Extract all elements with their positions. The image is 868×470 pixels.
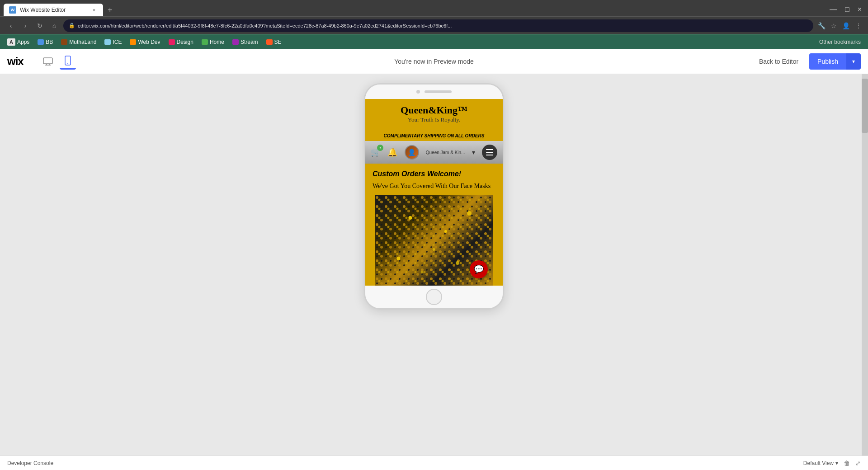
profile-icon[interactable]: 👤 bbox=[841, 21, 851, 30]
window-controls: — □ × bbox=[827, 5, 864, 16]
lock-icon: 🔒 bbox=[69, 23, 75, 28]
member-label: Queen Jam & Kin... bbox=[426, 150, 465, 155]
publish-button[interactable]: Publish bbox=[809, 53, 846, 70]
mobile-view-button[interactable] bbox=[60, 53, 76, 70]
publish-button-group: Publish ▾ bbox=[809, 53, 861, 70]
tab-close-button[interactable]: × bbox=[90, 6, 98, 14]
expand-icon[interactable]: ⤢ bbox=[855, 460, 861, 467]
dev-console-label[interactable]: Developer Console bbox=[7, 460, 53, 466]
cart-icon[interactable]: 🛒 7 bbox=[371, 147, 381, 157]
bottom-bar: Developer Console Default View ▾ 🗑 ⤢ bbox=[0, 456, 868, 470]
bell-icon[interactable]: 🔔 bbox=[387, 147, 397, 157]
ice-label: ICE bbox=[113, 39, 122, 45]
preview-mode-text: You're now in Preview mode bbox=[394, 58, 474, 65]
custom-orders-title: Custom Orders Welcome! bbox=[373, 170, 495, 178]
publish-dropdown-button[interactable]: ▾ bbox=[846, 53, 861, 70]
cart-badge: 7 bbox=[377, 145, 383, 151]
site-header: Queen&King™ Your Truth Is Royalty. bbox=[365, 99, 503, 129]
bookmark-home[interactable]: Home bbox=[198, 38, 228, 47]
bookmark-star-icon[interactable]: ☆ bbox=[830, 21, 838, 30]
phone-mockup: Queen&King™ Your Truth Is Royalty. COMPL… bbox=[364, 83, 504, 310]
svg-point-18 bbox=[421, 271, 424, 273]
member-chevron-icon[interactable]: ▾ bbox=[472, 149, 475, 156]
apps-label: Apps bbox=[17, 39, 29, 45]
bookmark-apps[interactable]: A Apps bbox=[4, 37, 33, 47]
nav-right-icons: 🔧 ☆ 👤 ⋮ bbox=[817, 21, 863, 30]
back-to-editor-button[interactable]: Back to Editor bbox=[754, 54, 804, 69]
tab-title: Wix Website Editor bbox=[20, 7, 66, 13]
refresh-button[interactable]: ↻ bbox=[34, 20, 45, 31]
other-bookmarks[interactable]: Other bookmarks bbox=[816, 38, 864, 47]
webdev-folder-icon bbox=[130, 39, 136, 45]
default-view-dropdown-icon: ▾ bbox=[835, 460, 838, 466]
custom-orders-subtitle: We've Got You Covered With Our Face Mask… bbox=[373, 182, 495, 191]
close-window-button[interactable]: × bbox=[855, 5, 864, 14]
bb-label: BB bbox=[46, 39, 53, 45]
preview-scrollbar[interactable] bbox=[862, 74, 868, 456]
bookmark-muthaland[interactable]: MuthaLand bbox=[57, 38, 100, 47]
chat-float-button[interactable]: 💬 bbox=[470, 260, 488, 278]
bb-folder-icon bbox=[38, 39, 44, 45]
shipping-text: COMPLIMENTARY SHIPPING ON ALL ORDERS bbox=[384, 133, 485, 138]
svg-point-17 bbox=[456, 261, 459, 265]
delete-icon[interactable]: 🗑 bbox=[844, 460, 850, 467]
design-label: Design bbox=[177, 39, 193, 45]
bookmark-bb[interactable]: BB bbox=[34, 38, 57, 47]
product-image: 💬 bbox=[375, 195, 493, 286]
hamburger-line-2 bbox=[486, 152, 493, 153]
ice-folder-icon bbox=[104, 39, 111, 45]
header-right: Back to Editor Publish ▾ bbox=[754, 53, 861, 70]
stream-folder-icon bbox=[232, 39, 239, 45]
apps-folder-icon: A bbox=[7, 38, 15, 46]
svg-point-5 bbox=[67, 63, 68, 64]
hamburger-menu-button[interactable] bbox=[482, 145, 497, 160]
address-text: editor.wix.com/html/editor/web/renderer/… bbox=[78, 23, 808, 28]
hamburger-line-3 bbox=[486, 155, 493, 155]
home-button[interactable]: ⌂ bbox=[49, 20, 60, 31]
bottom-right: Default View ▾ 🗑 ⤢ bbox=[803, 460, 861, 467]
home-folder-icon bbox=[202, 39, 208, 45]
bookmark-stream[interactable]: Stream bbox=[229, 38, 262, 47]
design-folder-icon bbox=[169, 39, 175, 45]
default-view-selector[interactable]: Default View ▾ bbox=[803, 460, 838, 466]
muthaland-label: MuthaLand bbox=[69, 39, 96, 45]
se-folder-icon bbox=[266, 39, 273, 45]
back-button[interactable]: ‹ bbox=[5, 20, 16, 31]
bookmark-design[interactable]: Design bbox=[165, 38, 197, 47]
phone-dot bbox=[416, 90, 420, 94]
svg-rect-0 bbox=[43, 58, 52, 64]
svg-point-12 bbox=[409, 216, 412, 220]
preview-area: Queen&King™ Your Truth Is Royalty. COMPL… bbox=[0, 74, 868, 456]
browser-nav: ‹ › ↻ ⌂ 🔒 editor.wix.com/html/editor/web… bbox=[0, 16, 868, 34]
phone-bottom-bar bbox=[365, 286, 503, 308]
site-nav[interactable]: 🛒 7 🔔 👤 Queen Jam & Kin... ▾ bbox=[365, 141, 503, 164]
wix-editor-header: wix You're now in Preview mode Back to E… bbox=[0, 49, 868, 74]
se-label: SE bbox=[274, 39, 282, 45]
new-tab-button[interactable]: + bbox=[103, 4, 117, 16]
maximize-button[interactable]: □ bbox=[842, 5, 852, 14]
svg-point-13 bbox=[444, 230, 447, 233]
active-browser-tab[interactable]: W Wix Website Editor × bbox=[4, 4, 103, 16]
custom-orders-section: Custom Orders Welcome! We've Got You Cov… bbox=[365, 164, 503, 195]
product-image-area: 💬 bbox=[365, 195, 503, 286]
phone-top-bar bbox=[365, 85, 503, 99]
forward-button[interactable]: › bbox=[20, 20, 31, 31]
more-options-icon[interactable]: ⋮ bbox=[854, 21, 863, 30]
extension-icon[interactable]: 🔧 bbox=[817, 21, 826, 30]
bookmark-se[interactable]: SE bbox=[263, 38, 285, 47]
phone-home-button[interactable] bbox=[426, 289, 442, 305]
brand-name: Queen&King™ bbox=[373, 104, 495, 116]
bookmarks-bar: A Apps BB MuthaLand ICE Web Dev Design H… bbox=[0, 34, 868, 49]
desktop-view-button[interactable] bbox=[40, 53, 56, 70]
bookmark-webdev[interactable]: Web Dev bbox=[126, 38, 164, 47]
address-bar[interactable]: 🔒 editor.wix.com/html/editor/web/rendere… bbox=[63, 19, 813, 32]
svg-point-15 bbox=[397, 257, 401, 260]
shipping-banner: COMPLIMENTARY SHIPPING ON ALL ORDERS bbox=[365, 129, 503, 141]
bookmark-ice[interactable]: ICE bbox=[101, 38, 125, 47]
user-avatar[interactable]: 👤 bbox=[405, 145, 419, 160]
minimize-button[interactable]: — bbox=[827, 5, 840, 14]
home-label: Home bbox=[210, 39, 224, 45]
scrollbar-thumb[interactable] bbox=[862, 79, 868, 133]
device-toggle-group bbox=[40, 53, 76, 70]
tab-favicon: W bbox=[9, 6, 16, 14]
